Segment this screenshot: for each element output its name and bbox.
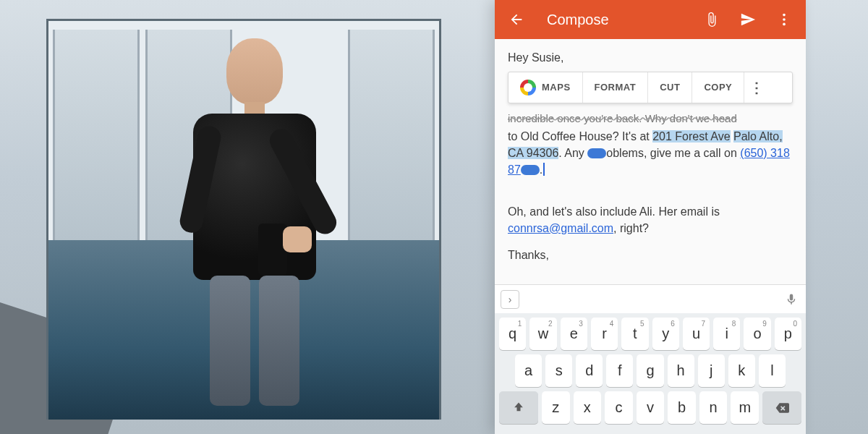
phone-screenshot: Compose Hey Susie, MAPS FORMAT CUT COPY: [495, 0, 806, 434]
cut-action[interactable]: CUT: [648, 72, 692, 103]
key-o[interactable]: 9o: [744, 318, 770, 350]
key-l[interactable]: l: [759, 354, 786, 387]
svg-point-1: [783, 18, 786, 21]
key-x[interactable]: x: [574, 391, 602, 424]
compose-body[interactable]: Hey Susie, MAPS FORMAT CUT COPY ⋮ incred…: [495, 39, 806, 284]
key-m[interactable]: m: [731, 391, 759, 424]
appbar-title: Compose: [547, 12, 690, 28]
appbar: Compose: [495, 0, 806, 39]
key-z[interactable]: z: [542, 391, 570, 424]
greeting-line: Hey Susie,: [508, 49, 793, 66]
expand-suggestions[interactable]: ›: [501, 290, 519, 309]
key-j[interactable]: j: [698, 354, 725, 387]
maps-icon: [520, 80, 536, 95]
maps-label: MAPS: [542, 81, 571, 95]
key-p[interactable]: 0p: [775, 318, 801, 350]
key-y[interactable]: 6y: [652, 318, 679, 350]
key-i[interactable]: 8i: [713, 318, 740, 350]
message-text[interactable]: incredible once you're back. Why don't w…: [508, 111, 793, 263]
key-q[interactable]: 1q: [499, 318, 526, 350]
key-h[interactable]: h: [668, 354, 694, 387]
key-w[interactable]: 2w: [529, 318, 556, 350]
stage-panel: [53, 30, 140, 249]
stage-panel: [348, 30, 435, 249]
backspace-key[interactable]: [762, 391, 801, 424]
presenter-figure: [179, 38, 331, 414]
key-f[interactable]: f: [606, 354, 633, 387]
key-t[interactable]: 5t: [621, 318, 648, 350]
text-cursor: [543, 163, 545, 176]
copy-action[interactable]: COPY: [692, 72, 744, 103]
soft-keyboard: 1q2w3e4r5t6y7u8i9o0p asdfghjkl zxcvbnm: [495, 313, 806, 434]
mic-icon[interactable]: [783, 291, 800, 308]
key-d[interactable]: d: [576, 354, 603, 387]
key-e[interactable]: 3e: [561, 318, 587, 350]
clipped-previous-line: incredible once you're back. Why don't w…: [508, 111, 793, 127]
signoff: Thanks,: [508, 249, 549, 261]
shift-key[interactable]: [499, 391, 538, 424]
presenter-photo: [46, 19, 441, 420]
key-c[interactable]: c: [605, 391, 633, 424]
key-b[interactable]: b: [668, 391, 696, 424]
redaction-dot: [587, 148, 606, 158]
format-action[interactable]: FORMAT: [583, 72, 649, 103]
back-icon[interactable]: [502, 5, 531, 34]
stage-background: Compose Hey Susie, MAPS FORMAT CUT COPY: [0, 0, 868, 434]
redaction-dot: [521, 165, 540, 175]
key-r[interactable]: 4r: [591, 318, 618, 350]
svg-point-2: [783, 23, 786, 26]
text-selection-toolbar: MAPS FORMAT CUT COPY ⋮: [508, 72, 793, 103]
maps-action[interactable]: MAPS: [509, 72, 583, 103]
key-a[interactable]: a: [515, 354, 542, 387]
key-u[interactable]: 7u: [683, 318, 710, 350]
toolbar-overflow[interactable]: ⋮: [744, 72, 769, 103]
key-g[interactable]: g: [637, 354, 663, 387]
keyboard-suggestion-bar: ›: [495, 284, 806, 313]
key-s[interactable]: s: [545, 354, 572, 387]
key-k[interactable]: k: [728, 354, 755, 387]
attachment-icon[interactable]: [697, 5, 726, 34]
svg-point-0: [783, 14, 786, 17]
key-n[interactable]: n: [699, 391, 728, 424]
email-link[interactable]: connrsa@gmail.com: [508, 222, 613, 234]
key-v[interactable]: v: [637, 391, 665, 424]
more-vert-icon[interactable]: [770, 5, 799, 34]
send-icon[interactable]: [733, 5, 762, 34]
selected-address: 201 Forest Ave: [652, 130, 730, 142]
